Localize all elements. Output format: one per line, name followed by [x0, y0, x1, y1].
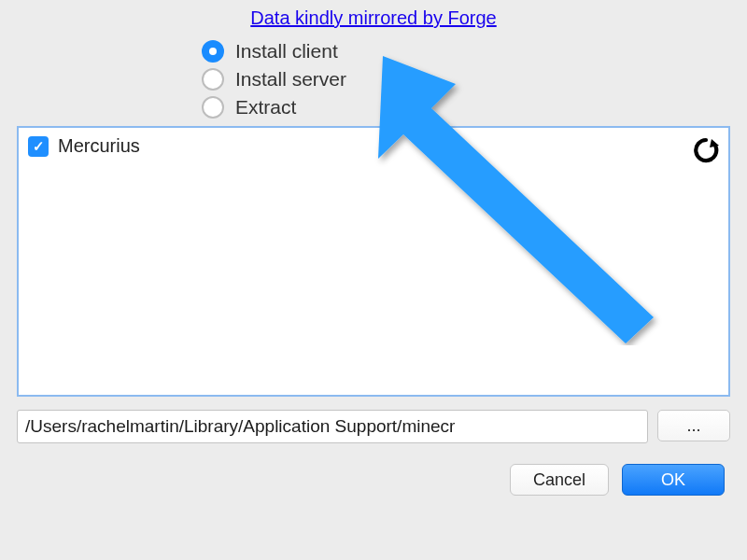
install-mode-radio-group: Install client Install server Extract	[202, 40, 747, 119]
radio-icon	[202, 68, 224, 91]
checkbox-label: Mercurius	[58, 135, 140, 157]
dialog-button-row: Cancel OK	[0, 464, 725, 496]
header-link-row: Data kindly mirrored by Forge	[0, 0, 747, 35]
install-path-field[interactable]: /Users/rachelmartin/Library/Application …	[17, 410, 648, 443]
radio-label: Install server	[235, 68, 346, 91]
mirror-link[interactable]: Data kindly mirrored by Forge	[250, 7, 496, 28]
radio-icon	[202, 96, 224, 119]
radio-label: Install client	[235, 40, 338, 63]
checkbox-icon[interactable]: ✓	[28, 136, 49, 157]
radio-install-client[interactable]: Install client	[202, 40, 747, 63]
radio-icon	[202, 40, 224, 63]
list-item[interactable]: ✓ Mercurius	[19, 128, 728, 164]
ok-button[interactable]: OK	[622, 464, 725, 496]
radio-extract[interactable]: Extract	[202, 96, 747, 119]
radio-install-server[interactable]: Install server	[202, 68, 747, 91]
optional-components-list: ✓ Mercurius	[17, 126, 730, 397]
cancel-button[interactable]: Cancel	[510, 464, 609, 496]
browse-button[interactable]: ...	[657, 410, 730, 441]
refresh-icon[interactable]	[689, 133, 723, 167]
radio-label: Extract	[235, 96, 296, 119]
install-path-row: /Users/rachelmartin/Library/Application …	[17, 410, 730, 443]
